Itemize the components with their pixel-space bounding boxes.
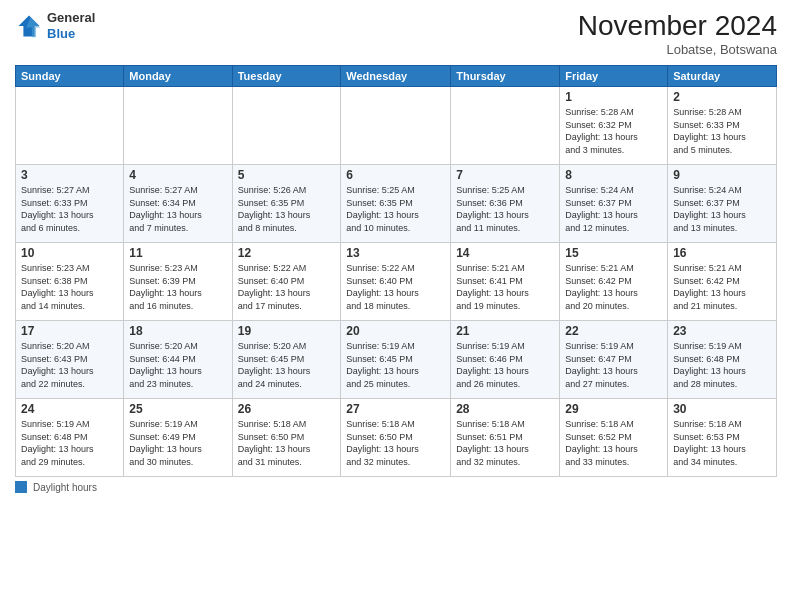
col-tuesday: Tuesday [232, 66, 341, 87]
day-number: 11 [129, 246, 226, 260]
day-number: 30 [673, 402, 771, 416]
calendar-week-5: 24Sunrise: 5:19 AM Sunset: 6:48 PM Dayli… [16, 399, 777, 477]
calendar-cell: 13Sunrise: 5:22 AM Sunset: 6:40 PM Dayli… [341, 243, 451, 321]
day-info: Sunrise: 5:24 AM Sunset: 6:37 PM Dayligh… [673, 184, 771, 234]
calendar-cell [341, 87, 451, 165]
calendar-cell: 8Sunrise: 5:24 AM Sunset: 6:37 PM Daylig… [560, 165, 668, 243]
day-number: 13 [346, 246, 445, 260]
day-info: Sunrise: 5:19 AM Sunset: 6:47 PM Dayligh… [565, 340, 662, 390]
calendar-week-2: 3Sunrise: 5:27 AM Sunset: 6:33 PM Daylig… [16, 165, 777, 243]
calendar-cell: 28Sunrise: 5:18 AM Sunset: 6:51 PM Dayli… [451, 399, 560, 477]
day-number: 17 [21, 324, 118, 338]
calendar-cell [124, 87, 232, 165]
legend-color-box [15, 481, 27, 493]
calendar-cell: 30Sunrise: 5:18 AM Sunset: 6:53 PM Dayli… [668, 399, 777, 477]
calendar-cell: 4Sunrise: 5:27 AM Sunset: 6:34 PM Daylig… [124, 165, 232, 243]
col-saturday: Saturday [668, 66, 777, 87]
day-number: 7 [456, 168, 554, 182]
day-info: Sunrise: 5:18 AM Sunset: 6:50 PM Dayligh… [238, 418, 336, 468]
calendar-cell: 22Sunrise: 5:19 AM Sunset: 6:47 PM Dayli… [560, 321, 668, 399]
logo-icon [15, 12, 43, 40]
col-sunday: Sunday [16, 66, 124, 87]
calendar-week-1: 1Sunrise: 5:28 AM Sunset: 6:32 PM Daylig… [16, 87, 777, 165]
day-number: 21 [456, 324, 554, 338]
calendar-week-3: 10Sunrise: 5:23 AM Sunset: 6:38 PM Dayli… [16, 243, 777, 321]
calendar-cell: 3Sunrise: 5:27 AM Sunset: 6:33 PM Daylig… [16, 165, 124, 243]
day-info: Sunrise: 5:19 AM Sunset: 6:49 PM Dayligh… [129, 418, 226, 468]
calendar-cell: 19Sunrise: 5:20 AM Sunset: 6:45 PM Dayli… [232, 321, 341, 399]
col-friday: Friday [560, 66, 668, 87]
day-number: 10 [21, 246, 118, 260]
day-number: 24 [21, 402, 118, 416]
col-monday: Monday [124, 66, 232, 87]
calendar-cell [232, 87, 341, 165]
day-number: 1 [565, 90, 662, 104]
calendar-cell: 20Sunrise: 5:19 AM Sunset: 6:45 PM Dayli… [341, 321, 451, 399]
day-number: 9 [673, 168, 771, 182]
calendar-cell: 2Sunrise: 5:28 AM Sunset: 6:33 PM Daylig… [668, 87, 777, 165]
day-number: 15 [565, 246, 662, 260]
calendar-cell: 21Sunrise: 5:19 AM Sunset: 6:46 PM Dayli… [451, 321, 560, 399]
calendar-cell: 25Sunrise: 5:19 AM Sunset: 6:49 PM Dayli… [124, 399, 232, 477]
calendar-cell: 29Sunrise: 5:18 AM Sunset: 6:52 PM Dayli… [560, 399, 668, 477]
calendar-cell: 5Sunrise: 5:26 AM Sunset: 6:35 PM Daylig… [232, 165, 341, 243]
day-info: Sunrise: 5:19 AM Sunset: 6:48 PM Dayligh… [673, 340, 771, 390]
calendar-cell: 18Sunrise: 5:20 AM Sunset: 6:44 PM Dayli… [124, 321, 232, 399]
calendar-cell: 11Sunrise: 5:23 AM Sunset: 6:39 PM Dayli… [124, 243, 232, 321]
calendar-cell: 23Sunrise: 5:19 AM Sunset: 6:48 PM Dayli… [668, 321, 777, 399]
day-number: 25 [129, 402, 226, 416]
day-info: Sunrise: 5:23 AM Sunset: 6:38 PM Dayligh… [21, 262, 118, 312]
legend-label: Daylight hours [33, 482, 97, 493]
day-number: 19 [238, 324, 336, 338]
day-number: 12 [238, 246, 336, 260]
header: General Blue November 2024 Lobatse, Bots… [15, 10, 777, 57]
calendar-cell: 14Sunrise: 5:21 AM Sunset: 6:41 PM Dayli… [451, 243, 560, 321]
day-info: Sunrise: 5:27 AM Sunset: 6:33 PM Dayligh… [21, 184, 118, 234]
day-number: 4 [129, 168, 226, 182]
title-section: November 2024 Lobatse, Botswana [578, 10, 777, 57]
day-info: Sunrise: 5:20 AM Sunset: 6:43 PM Dayligh… [21, 340, 118, 390]
day-info: Sunrise: 5:27 AM Sunset: 6:34 PM Dayligh… [129, 184, 226, 234]
calendar-cell: 16Sunrise: 5:21 AM Sunset: 6:42 PM Dayli… [668, 243, 777, 321]
day-number: 16 [673, 246, 771, 260]
month-title: November 2024 [578, 10, 777, 42]
day-number: 26 [238, 402, 336, 416]
day-info: Sunrise: 5:21 AM Sunset: 6:42 PM Dayligh… [673, 262, 771, 312]
day-number: 20 [346, 324, 445, 338]
day-info: Sunrise: 5:28 AM Sunset: 6:32 PM Dayligh… [565, 106, 662, 156]
legend: Daylight hours [15, 481, 777, 493]
day-number: 2 [673, 90, 771, 104]
day-info: Sunrise: 5:19 AM Sunset: 6:48 PM Dayligh… [21, 418, 118, 468]
day-info: Sunrise: 5:18 AM Sunset: 6:51 PM Dayligh… [456, 418, 554, 468]
day-info: Sunrise: 5:20 AM Sunset: 6:45 PM Dayligh… [238, 340, 336, 390]
day-number: 28 [456, 402, 554, 416]
day-info: Sunrise: 5:18 AM Sunset: 6:52 PM Dayligh… [565, 418, 662, 468]
day-info: Sunrise: 5:19 AM Sunset: 6:45 PM Dayligh… [346, 340, 445, 390]
day-info: Sunrise: 5:28 AM Sunset: 6:33 PM Dayligh… [673, 106, 771, 156]
page: General Blue November 2024 Lobatse, Bots… [0, 0, 792, 612]
calendar-cell: 27Sunrise: 5:18 AM Sunset: 6:50 PM Dayli… [341, 399, 451, 477]
calendar-cell: 15Sunrise: 5:21 AM Sunset: 6:42 PM Dayli… [560, 243, 668, 321]
calendar-header-row: Sunday Monday Tuesday Wednesday Thursday… [16, 66, 777, 87]
day-info: Sunrise: 5:26 AM Sunset: 6:35 PM Dayligh… [238, 184, 336, 234]
calendar-week-4: 17Sunrise: 5:20 AM Sunset: 6:43 PM Dayli… [16, 321, 777, 399]
logo: General Blue [15, 10, 95, 41]
day-number: 23 [673, 324, 771, 338]
logo-general: General [47, 10, 95, 26]
day-number: 8 [565, 168, 662, 182]
day-info: Sunrise: 5:21 AM Sunset: 6:42 PM Dayligh… [565, 262, 662, 312]
day-number: 3 [21, 168, 118, 182]
calendar-cell: 10Sunrise: 5:23 AM Sunset: 6:38 PM Dayli… [16, 243, 124, 321]
calendar-cell: 9Sunrise: 5:24 AM Sunset: 6:37 PM Daylig… [668, 165, 777, 243]
day-info: Sunrise: 5:20 AM Sunset: 6:44 PM Dayligh… [129, 340, 226, 390]
day-number: 6 [346, 168, 445, 182]
day-info: Sunrise: 5:18 AM Sunset: 6:53 PM Dayligh… [673, 418, 771, 468]
calendar-cell: 24Sunrise: 5:19 AM Sunset: 6:48 PM Dayli… [16, 399, 124, 477]
calendar: Sunday Monday Tuesday Wednesday Thursday… [15, 65, 777, 477]
day-number: 27 [346, 402, 445, 416]
calendar-cell: 6Sunrise: 5:25 AM Sunset: 6:35 PM Daylig… [341, 165, 451, 243]
col-wednesday: Wednesday [341, 66, 451, 87]
day-info: Sunrise: 5:18 AM Sunset: 6:50 PM Dayligh… [346, 418, 445, 468]
day-info: Sunrise: 5:19 AM Sunset: 6:46 PM Dayligh… [456, 340, 554, 390]
logo-blue: Blue [47, 26, 95, 42]
